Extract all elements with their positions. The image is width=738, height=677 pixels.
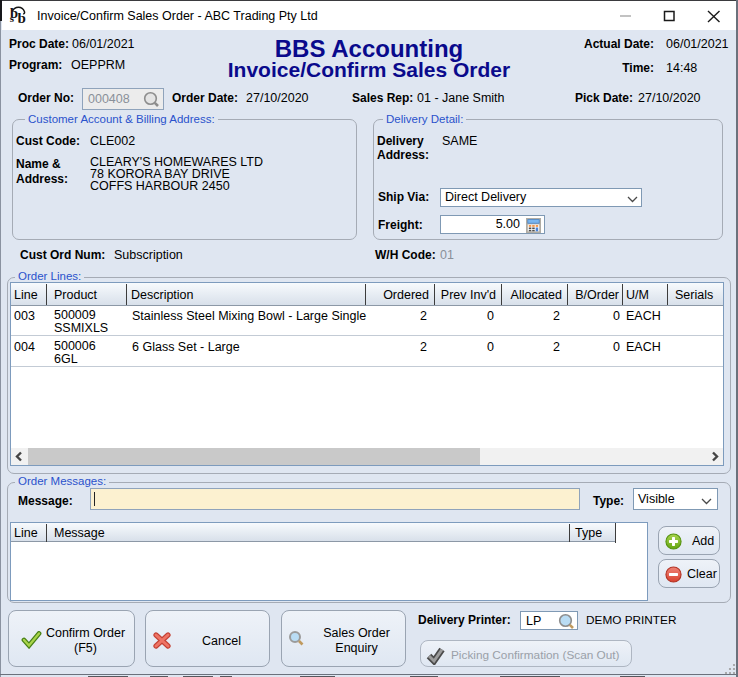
svg-text:s: s	[10, 12, 15, 24]
